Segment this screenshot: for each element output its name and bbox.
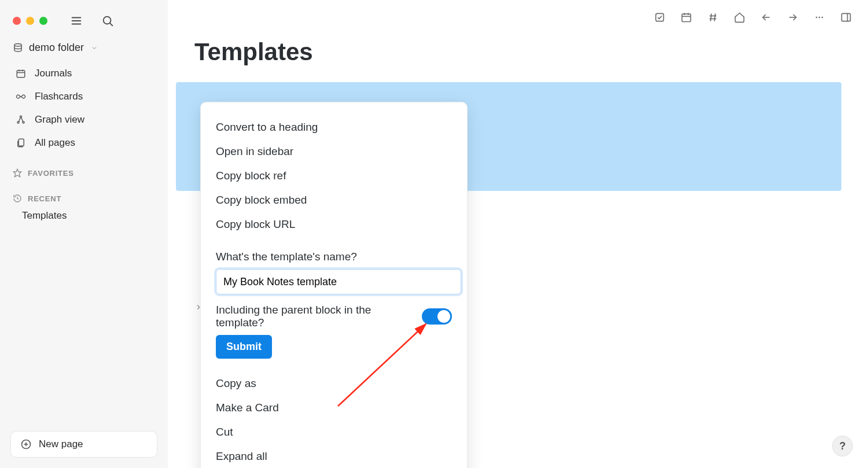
sidebar-item-flashcards[interactable]: Flashcards [13, 85, 155, 108]
arrow-left-icon [760, 12, 772, 23]
more-button[interactable] [810, 8, 829, 27]
sidebar-item-label: All pages [35, 137, 75, 149]
ctx-cut[interactable]: Cut [216, 420, 452, 444]
help-label: ? [840, 440, 846, 452]
home-button[interactable] [730, 8, 749, 27]
svg-line-18 [17, 198, 19, 199]
panel-right-icon [840, 12, 852, 23]
svg-line-13 [19, 117, 20, 122]
dots-icon [814, 12, 825, 23]
sidebar-item-allpages[interactable]: All pages [13, 131, 155, 154]
svg-point-34 [819, 17, 821, 19]
sidebar-item-label: Journals [35, 68, 72, 79]
graph-icon [16, 115, 26, 125]
new-page-button[interactable]: New page [10, 431, 157, 458]
svg-point-5 [14, 43, 21, 46]
sidebar: demo folder Journals Flashcards Graph vi… [0, 0, 168, 468]
search-icon [101, 14, 114, 27]
svg-line-14 [21, 117, 23, 122]
recent-item[interactable]: Templates [0, 205, 168, 226]
checkbox-icon [654, 12, 665, 23]
pages-icon [16, 138, 26, 148]
right-sidebar-button[interactable] [837, 8, 855, 27]
svg-point-35 [822, 17, 823, 19]
menu-icon [70, 14, 83, 27]
svg-rect-36 [842, 13, 851, 21]
home-icon [734, 12, 745, 23]
recent-label: RECENT [28, 194, 61, 203]
template-name-prompt: What's the template's name? [216, 247, 452, 269]
ctx-copy-block-ref[interactable]: Copy block ref [216, 164, 452, 188]
svg-marker-16 [13, 169, 21, 176]
sidebar-item-label: Graph view [35, 114, 84, 126]
svg-line-30 [715, 13, 716, 21]
forward-button[interactable] [784, 8, 802, 27]
star-icon [13, 168, 22, 178]
calendar-icon [681, 12, 692, 23]
svg-line-29 [711, 13, 712, 21]
traffic-lights [13, 17, 47, 25]
minimize-window-icon[interactable] [26, 17, 34, 25]
page-title: Templates [194, 38, 841, 66]
svg-rect-22 [656, 13, 663, 21]
submit-button[interactable]: Submit [216, 335, 272, 359]
menu-button[interactable] [67, 12, 86, 30]
sidebar-item-graphview[interactable]: Graph view [13, 108, 155, 131]
svg-rect-6 [17, 71, 25, 78]
graph-name: demo folder [29, 42, 84, 54]
svg-point-33 [816, 17, 818, 19]
graph-select[interactable]: demo folder [0, 35, 168, 57]
ctx-open-sidebar[interactable]: Open in sidebar [216, 139, 452, 164]
todo-button[interactable] [650, 8, 669, 27]
svg-point-12 [20, 116, 22, 117]
sidebar-item-journals[interactable]: Journals [13, 62, 155, 85]
ctx-expand-all[interactable]: Expand all [216, 444, 452, 468]
ctx-copy-block-url[interactable]: Copy block URL [216, 212, 452, 237]
new-page-label: New page [39, 438, 83, 450]
hash-button[interactable] [704, 8, 722, 27]
maximize-window-icon[interactable] [39, 17, 47, 25]
favorites-section[interactable]: FAVORITES [0, 154, 168, 180]
calendar-button[interactable] [677, 8, 696, 27]
database-icon [13, 43, 23, 53]
search-button[interactable] [98, 12, 117, 30]
infinity-icon [15, 91, 27, 102]
include-parent-label: Including the parent block in the templa… [216, 304, 414, 329]
chevron-down-icon [91, 45, 98, 51]
hash-icon [707, 12, 719, 23]
back-button[interactable] [757, 8, 775, 27]
history-icon [13, 194, 22, 203]
recent-section[interactable]: RECENT [0, 180, 168, 205]
ctx-copy-block-embed[interactable]: Copy block embed [216, 188, 452, 212]
calendar-icon [16, 68, 26, 79]
ctx-copy-as[interactable]: Copy as [216, 371, 452, 396]
include-parent-toggle[interactable] [422, 308, 452, 325]
top-toolbar [168, 0, 868, 27]
sidebar-nav: Journals Flashcards Graph view All pages [0, 57, 168, 154]
svg-rect-23 [682, 14, 691, 21]
ctx-make-card[interactable]: Make a Card [216, 396, 452, 420]
plus-circle-icon [20, 438, 32, 450]
window-controls-row [0, 0, 168, 35]
arrow-right-icon [787, 12, 799, 23]
ctx-convert-heading[interactable]: Convert to a heading [216, 115, 452, 139]
block-context-menu: Convert to a heading Open in sidebar Cop… [200, 102, 468, 468]
help-button[interactable]: ? [832, 436, 853, 456]
template-name-input[interactable] [216, 269, 461, 294]
toggle-knob [437, 310, 450, 323]
favorites-label: FAVORITES [28, 169, 74, 178]
svg-rect-15 [19, 139, 24, 146]
sidebar-item-label: Flashcards [35, 91, 83, 102]
include-parent-row: Including the parent block in the templa… [216, 294, 452, 335]
svg-line-4 [110, 23, 112, 25]
close-window-icon[interactable] [13, 17, 21, 25]
recent-item-label: Templates [22, 210, 67, 221]
